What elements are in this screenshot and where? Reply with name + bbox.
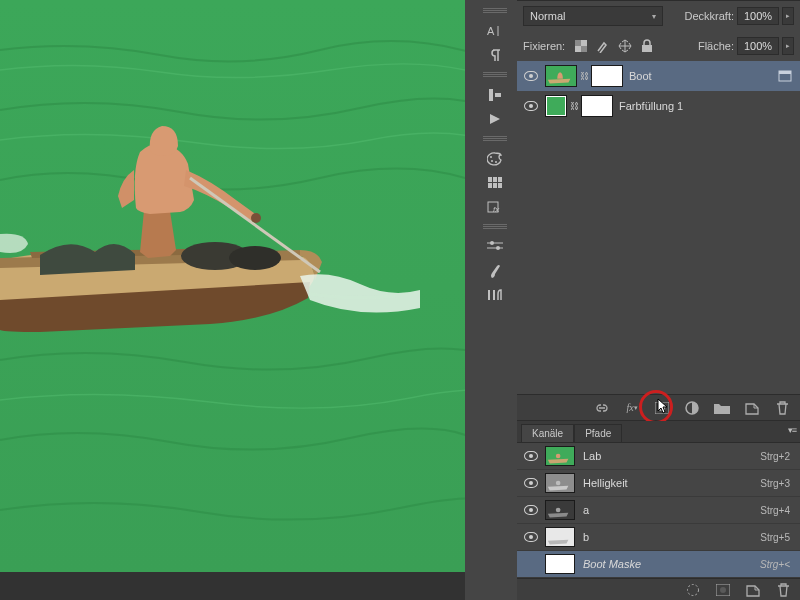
channel-thumbnail[interactable] (545, 527, 575, 547)
link-mask-icon[interactable]: ⛓ (569, 101, 579, 111)
visibility-toggle[interactable] (517, 478, 545, 488)
layer-thumbnail[interactable] (545, 65, 577, 87)
actions-play-icon[interactable] (482, 108, 508, 130)
fill-input[interactable]: 100% (737, 37, 779, 55)
lock-all-icon[interactable] (639, 38, 655, 54)
delete-layer-icon[interactable] (774, 400, 790, 416)
channel-thumbnail[interactable] (545, 500, 575, 520)
link-layers-icon[interactable] (594, 400, 610, 416)
eye-icon (524, 478, 538, 488)
channel-thumbnail[interactable] (545, 446, 575, 466)
svg-rect-27 (575, 40, 581, 46)
channel-shortcut: Strg+4 (760, 505, 800, 516)
swatches-icon[interactable] (482, 172, 508, 194)
brush-icon[interactable] (482, 260, 508, 282)
channel-row[interactable]: Boot MaskeStrg+< (517, 551, 800, 578)
layer-thumbnail[interactable] (545, 95, 567, 117)
layer-list[interactable]: ⛓Boot⛓Farbfüllung 1 (517, 61, 800, 394)
layer-row[interactable]: ⛓Farbfüllung 1 (517, 91, 800, 121)
svg-rect-15 (488, 183, 492, 188)
layer-row[interactable]: ⛓Boot (517, 61, 800, 91)
visibility-toggle[interactable] (517, 71, 545, 81)
new-layer-icon[interactable] (744, 400, 760, 416)
canvas-pasteboard (0, 572, 465, 600)
canvas[interactable] (0, 0, 465, 572)
tab-channels[interactable]: Kanäle (521, 424, 574, 442)
svg-rect-17 (498, 183, 502, 188)
lock-position-icon[interactable] (617, 38, 633, 54)
svg-text:A: A (487, 25, 495, 37)
channel-thumbnail[interactable] (545, 554, 575, 574)
svg-rect-14 (498, 177, 502, 182)
svg-rect-12 (488, 177, 492, 182)
dock-grip (483, 8, 507, 14)
opacity-input[interactable]: 100% (737, 7, 779, 25)
type-vertical-icon[interactable]: A (482, 20, 508, 42)
panels-area: Normal ▾ Deckkraft: 100% ▸ Fixieren: Flä… (517, 0, 800, 600)
layer-mask-thumbnail[interactable] (591, 65, 623, 87)
fill-flyout-icon[interactable]: ▸ (782, 37, 794, 55)
channel-row[interactable]: bStrg+5 (517, 524, 800, 551)
visibility-toggle[interactable] (517, 505, 545, 515)
svg-text:fx: fx (493, 205, 500, 214)
load-selection-icon[interactable] (686, 583, 700, 597)
svg-rect-16 (493, 183, 497, 188)
channel-shortcut: Strg+3 (760, 478, 800, 489)
adjustments-sliders-icon[interactable] (482, 236, 508, 258)
channel-name: Boot Maske (583, 558, 760, 570)
svg-point-21 (490, 241, 494, 245)
channel-shortcut: Strg+5 (760, 532, 800, 543)
channel-shortcut: Strg+2 (760, 451, 800, 462)
channels-panel: Kanäle Pfade ▾≡ LabStrg+2HelligkeitStrg+… (517, 420, 800, 600)
svg-point-23 (496, 246, 500, 250)
layer-style-fx-icon[interactable]: fx▾ (624, 400, 640, 416)
layer-name[interactable]: Farbfüllung 1 (619, 100, 770, 112)
lock-pixels-icon[interactable] (595, 38, 611, 54)
layers-options-row: Normal ▾ Deckkraft: 100% ▸ (517, 1, 800, 31)
opacity-flyout-icon[interactable]: ▸ (782, 7, 794, 25)
visibility-toggle[interactable] (517, 101, 545, 111)
visibility-toggle[interactable] (517, 451, 545, 461)
layer-name[interactable]: Boot (629, 70, 770, 82)
channel-row[interactable]: aStrg+4 (517, 497, 800, 524)
visibility-toggle[interactable] (517, 532, 545, 542)
adjustment-layer-icon[interactable] (684, 400, 700, 416)
svg-rect-8 (495, 93, 501, 97)
panel-toggle-icon[interactable] (482, 84, 508, 106)
eye-icon (524, 532, 538, 542)
channel-thumbnail[interactable] (545, 473, 575, 493)
layer-mask-thumbnail[interactable] (581, 95, 613, 117)
layers-panel: Normal ▾ Deckkraft: 100% ▸ Fixieren: Flä… (517, 0, 800, 420)
blend-mode-value: Normal (530, 10, 565, 22)
tab-paths[interactable]: Pfade (574, 424, 622, 442)
new-channel-icon[interactable] (746, 583, 760, 597)
add-mask-icon[interactable] (654, 400, 670, 416)
eye-icon (524, 505, 538, 515)
link-mask-icon[interactable]: ⛓ (579, 71, 589, 81)
lock-transparency-icon[interactable] (573, 38, 589, 54)
brush-presets-icon[interactable] (482, 284, 508, 306)
new-group-icon[interactable] (714, 400, 730, 416)
blend-mode-select[interactable]: Normal ▾ (523, 6, 663, 26)
panel-dock-strip: A fx (478, 0, 512, 600)
panel-menu-icon[interactable]: ▾≡ (788, 425, 796, 435)
channel-row[interactable]: HelligkeitStrg+3 (517, 470, 800, 497)
opacity-label: Deckkraft: (684, 10, 734, 22)
svg-point-2 (229, 246, 281, 270)
styles-fx-icon[interactable]: fx (482, 196, 508, 218)
paragraph-icon[interactable] (482, 44, 508, 66)
dock-grip (483, 224, 507, 230)
channels-tabs: Kanäle Pfade ▾≡ (517, 421, 800, 443)
channel-list[interactable]: LabStrg+2HelligkeitStrg+3aStrg+4bStrg+5B… (517, 443, 800, 578)
fill-label: Fläche: (698, 40, 734, 52)
svg-rect-43 (546, 555, 574, 574)
chevron-down-icon: ▾ (652, 12, 656, 21)
eye-icon (524, 101, 538, 111)
channel-row[interactable]: LabStrg+2 (517, 443, 800, 470)
layer-filter-icon[interactable] (770, 70, 800, 82)
color-palette-icon[interactable] (482, 148, 508, 170)
svg-rect-29 (642, 45, 652, 52)
delete-channel-icon[interactable] (776, 583, 790, 597)
save-selection-icon[interactable] (716, 583, 730, 597)
channel-name: Lab (583, 450, 760, 462)
